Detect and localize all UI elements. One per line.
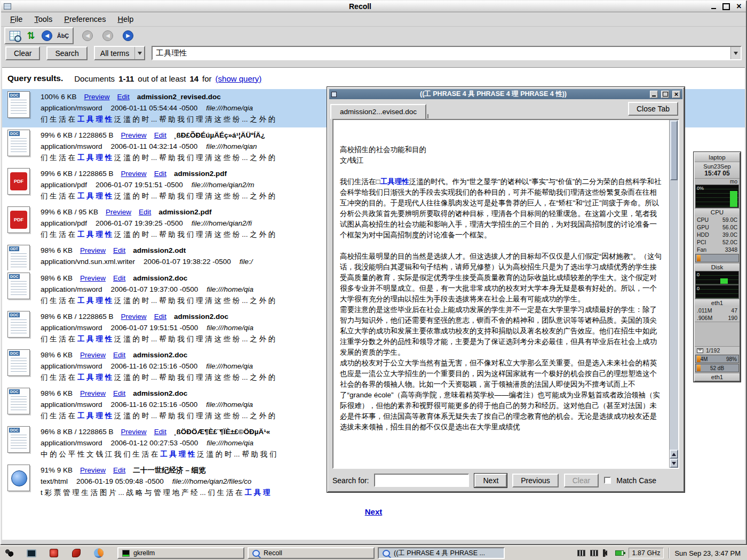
preview-tab[interactable]: admission2...evised.doc [330,104,426,119]
result-edit-link[interactable]: Edit [154,130,166,141]
show-query-link[interactable]: (show query) [216,74,262,83]
gk-volume-meter[interactable]: 52 dB [695,364,739,372]
result-edit-link[interactable]: Edit [154,311,166,322]
result-edit-link[interactable]: Edit [113,349,125,361]
scroll-up-button[interactable] [670,450,678,459]
menu-item-file[interactable]: File [5,13,27,25]
clear-button[interactable]: Clear [5,46,40,60]
preview-maximize-icon[interactable] [661,91,669,98]
sort-parameters-button[interactable]: ⇅ [25,29,37,42]
pager-icon[interactable] [577,550,585,556]
result-edit-link[interactable]: Edit [154,168,166,179]
result-snippet: 们 生 活 在 工 具 理 性 泛 滥 的 时 ... 帮 助 我 们 理 清 … [41,114,275,125]
result-edit-link[interactable]: Edit [154,426,166,437]
result-edit-link[interactable]: Edit [113,465,125,476]
system-tray: 1.87 GHz Sun Sep 23, 3:47 PM [577,548,744,558]
find-clear-button[interactable]: Clear [564,474,599,487]
start-menu-button[interactable] [3,547,15,559]
find-input[interactable] [374,474,469,487]
menu-item-preferences[interactable]: Preferences [59,13,110,25]
prev-page-button[interactable]: ◀ [101,29,114,42]
minimize-icon[interactable] [709,3,718,10]
find-next-button[interactable]: Next [474,474,507,487]
taskbar-task-gkrellm[interactable]: gkrellm [117,547,244,559]
preview-scrollbar[interactable] [669,120,678,468]
match-case-checkbox[interactable] [604,477,611,484]
search-mode-select[interactable]: All terms [94,46,145,60]
preview-minimize-icon[interactable] [650,91,658,98]
result-mime: application/pdf [41,218,87,229]
gk-temp-label: PCI [697,238,706,246]
result-score-size: 99% 6 KB / 95 KB [41,206,98,218]
gk-net-row: .011M47 [695,307,740,314]
close-tab-button[interactable]: Close Tab [628,102,678,116]
taskbar-clock[interactable]: Sun Sep 23, 3:47 PM [674,549,744,557]
result-preview-link[interactable]: Preview [121,311,147,322]
launcher-editor[interactable] [70,547,82,559]
menubar: FileToolsPreferencesHelp [1,12,746,27]
find-previous-button[interactable]: Previous [512,474,558,487]
gkrellm-footer[interactable]: eth1 [695,373,740,381]
text-run: 们 生 活 在 [41,115,77,123]
tab-edge [427,114,431,118]
result-preview-link[interactable]: Preview [121,130,147,141]
gkrellm-window[interactable]: laptop Sun23Sep 15:47 05 mo 0% CPU CPU59… [694,152,741,382]
preview-content[interactable]: 高校招生的社会功能和目的文/钱江 我们生活在□工具理性泛滥的时代。作为“世之显学… [333,120,669,468]
launcher-terminal[interactable] [26,547,37,559]
erase-search-button[interactable]: ◀ [41,29,53,42]
result-preview-link[interactable]: Preview [121,168,147,179]
result-preview-link[interactable]: Preview [121,426,147,437]
result-mime: application/msword [41,399,102,410]
gkrellm-hostname: laptop [695,153,740,162]
result-text: 99% 6 KB / 1228865 BPreviewEditadmission… [41,168,275,204]
gk-mail-row[interactable]: 1/192 [695,346,740,354]
result-preview-link[interactable]: Preview [80,245,106,256]
query-combo [152,46,742,60]
menu-item-tools[interactable]: Tools [29,13,57,25]
preview-titlebar[interactable]: ((工 PHRASE 4 具 PHRASE 4 理 PHRASE 4 性)) [329,89,682,99]
launcher-browser[interactable] [93,547,105,559]
term-explorer-button[interactable]: ÂbÇ [57,29,69,42]
doc-file-icon: DOC [7,426,30,453]
preview-close-icon[interactable] [672,91,680,98]
query-history-dropdown[interactable] [730,47,741,59]
taskbar-task-recoll[interactable]: ((工 PHRASE 4 具 PHRASE ... [378,547,505,559]
result-edit-link[interactable]: Edit [113,388,125,399]
blue-circle-arrow-icon: ◀ [42,30,52,41]
result-edit-link[interactable]: Edit [113,245,125,256]
maximize-icon[interactable] [722,3,730,10]
search-input[interactable] [153,47,730,59]
close-icon[interactable] [735,3,743,10]
result-preview-link[interactable]: Preview [80,273,106,284]
result-preview-link[interactable]: Preview [106,206,131,218]
volume-icon[interactable] [603,550,607,556]
menu-item-help[interactable]: Help [113,13,138,25]
result-preview-link[interactable]: Preview [80,388,106,399]
first-page-button[interactable]: ◀ [81,29,94,42]
launcher-media[interactable] [48,547,60,559]
task-label: Recoll [264,549,282,557]
keyboard-layout-icon[interactable] [590,550,598,556]
match-case-label: Match Case [616,476,656,485]
result-preview-link[interactable]: Preview [80,465,106,476]
cpu-chart: 0% [695,185,739,208]
recoll-titlebar[interactable]: Recoll [1,1,746,12]
result-preview-link[interactable]: Preview [80,349,106,361]
next-page-link[interactable]: Next [2,507,745,516]
preview-paragraph: 文/钱江 [340,155,663,166]
taskbar-task-recoll[interactable]: Recoll [248,547,375,559]
result-edit-link[interactable]: Edit [113,273,125,284]
scrollbar-thumb[interactable] [670,121,678,180]
doc-lines [11,358,27,373]
result-edit-link[interactable]: Edit [139,206,151,218]
result-preview-link[interactable]: Preview [84,91,110,102]
scroll-down-button[interactable] [670,459,678,468]
query-fragments-button[interactable] [9,29,21,42]
result-score-size: 91% 9 KB [41,465,73,476]
search-button[interactable]: Search [46,46,87,60]
battery-icon[interactable] [615,550,624,556]
result-edit-link[interactable]: Edit [117,91,130,102]
result-text: 99% 6 KB / 95 KBPreviewEditadmission2.pd… [41,206,275,243]
next-page-button[interactable]: ▶ [122,29,134,42]
for-word: for [202,74,212,83]
